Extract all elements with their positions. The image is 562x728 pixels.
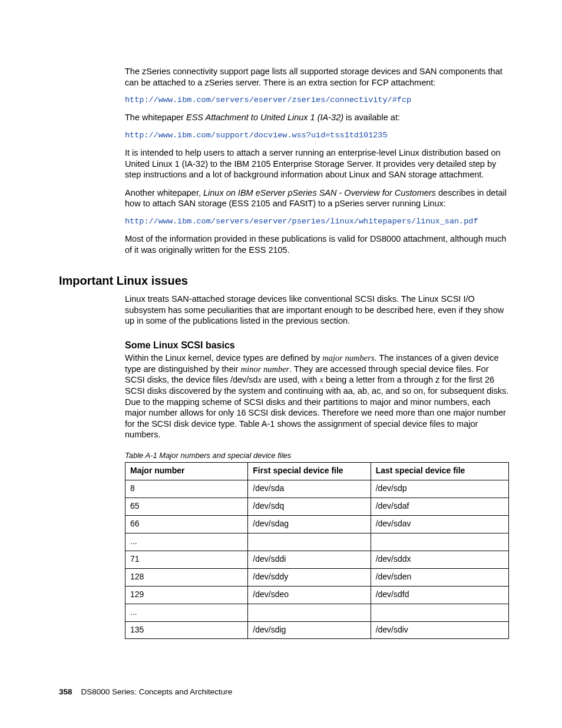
emphasis: ESS Attachment to United Linux 1 (IA-32) <box>186 113 343 122</box>
table-cell: ... <box>125 604 248 621</box>
table-cell <box>248 604 371 621</box>
paragraph: The whitepaper ESS Attachment to United … <box>125 112 509 123</box>
text: Another whitepaper, <box>125 188 203 197</box>
table-cell: /dev/sda <box>248 480 371 498</box>
text: The whitepaper <box>125 113 186 122</box>
table-row: 66 /dev/sdag /dev/sdav <box>125 516 509 533</box>
text: are used, with <box>262 375 319 384</box>
paragraph: Linux treats SAN-attached storage device… <box>125 294 509 327</box>
page: The zSeries connectivity support page li… <box>0 0 562 728</box>
heading-some-linux-scsi-basics: Some Linux SCSI basics <box>125 340 509 351</box>
text: Within the Linux kernel, device types ar… <box>125 353 322 363</box>
table-caption: Table A-1 Major numbers and special devi… <box>125 451 509 461</box>
hyperlink[interactable]: http://www.ibm.com/servers/eserver/zseri… <box>125 95 509 105</box>
paragraph: Within the Linux kernel, device types ar… <box>125 353 509 440</box>
hyperlink[interactable]: http://www.ibm.com/servers/eserver/pseri… <box>125 216 509 226</box>
footer-title: DS8000 Series: Concepts and Architecture <box>81 687 233 696</box>
table-cell: /dev/sdeo <box>248 586 371 604</box>
emphasis: Linux on IBM eServer pSeries SAN - Overv… <box>203 188 436 197</box>
table-cell <box>371 604 508 621</box>
device-files-table: Major number First special device file L… <box>125 462 509 639</box>
heading-important-linux-issues: Important Linux issues <box>59 274 509 288</box>
hyperlink[interactable]: http://www.ibm.com/support/docview.wss?u… <box>125 130 509 140</box>
table-cell <box>248 533 371 551</box>
table-cell: /dev/sdaf <box>371 498 508 516</box>
table-row: 129 /dev/sdeo /dev/sdfd <box>125 586 509 604</box>
table-cell: 66 <box>125 516 248 533</box>
page-footer: 358 DS8000 Series: Concepts and Architec… <box>59 687 232 696</box>
text: is available at: <box>343 113 400 122</box>
table-cell: 8 <box>125 480 248 498</box>
table-row: ... <box>125 533 509 551</box>
term-minor-number: minor number <box>241 364 290 374</box>
table-cell: /dev/sdav <box>371 516 508 533</box>
table-cell <box>371 533 508 551</box>
table-cell: /dev/sdag <box>248 516 371 533</box>
table-cell: 65 <box>125 498 248 516</box>
table-row: 8 /dev/sda /dev/sdp <box>125 480 509 498</box>
table-cell: 129 <box>125 586 248 604</box>
paragraph: Most of the information provided in thes… <box>125 233 509 255</box>
table-cell: /dev/sddi <box>248 551 371 568</box>
table-cell: /dev/sddy <box>248 568 371 586</box>
table-header: First special device file <box>248 463 371 480</box>
table-header-row: Major number First special device file L… <box>125 463 509 480</box>
table-row: 71 /dev/sddi /dev/sddx <box>125 551 509 568</box>
table-cell: 135 <box>125 621 248 639</box>
table-cell: 128 <box>125 568 248 586</box>
table-header: Last special device file <box>371 463 508 480</box>
table-cell: /dev/sdig <box>248 621 371 639</box>
paragraph: Another whitepaper, Linux on IBM eServer… <box>125 187 509 209</box>
table-cell: /dev/sdfd <box>371 586 508 604</box>
table-cell: ... <box>125 533 248 551</box>
table-header: Major number <box>125 463 248 480</box>
table-row: ... <box>125 604 509 621</box>
section-content: Linux treats SAN-attached storage device… <box>125 294 509 639</box>
table-cell: /dev/sden <box>371 568 508 586</box>
table-cell: /dev/sddx <box>371 551 508 568</box>
term-major-numbers: major numbers <box>322 353 374 363</box>
table-row: 135 /dev/sdig /dev/sdiv <box>125 621 509 639</box>
table-cell: 71 <box>125 551 248 568</box>
table-cell: /dev/sdiv <box>371 621 508 639</box>
table-cell: /dev/sdq <box>248 498 371 516</box>
page-number: 358 <box>59 687 72 696</box>
table-row: 128 /dev/sddy /dev/sden <box>125 568 509 586</box>
text: being a letter from a through z for the … <box>125 375 508 439</box>
paragraph: The zSeries connectivity support page li… <box>125 66 509 88</box>
table-row: 65 /dev/sdq /dev/sdaf <box>125 498 509 516</box>
paragraph: It is intended to help users to attach a… <box>125 147 509 180</box>
table-cell: /dev/sdp <box>371 480 508 498</box>
body-content: The zSeries connectivity support page li… <box>125 66 509 255</box>
